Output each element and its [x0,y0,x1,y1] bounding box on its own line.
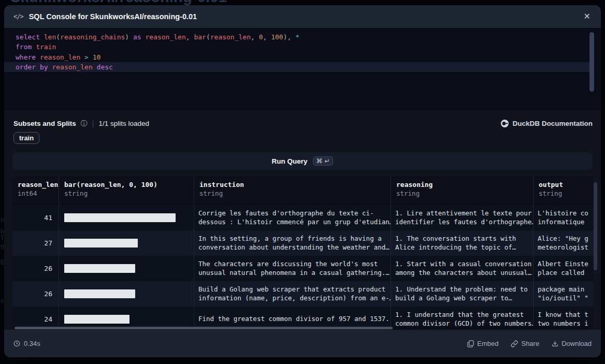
download-button[interactable]: Download [552,340,592,347]
subsets-row: Subsets and Splits ⓘ | 1/1 splits loaded… [13,117,593,129]
table-row: 26 The characters are discussing the wor… [12,256,594,281]
footer-actions: Embed Share Download [467,340,592,347]
cell-output[interactable]: Alice: "Hey g meteorologist [534,230,594,256]
run-query-button[interactable]: Run Query ⌘ ↵ [12,152,593,170]
bar-fill [64,239,138,247]
cell-instruction[interactable]: Corrige les fautes d'orthographe du text… [194,205,391,230]
cell-reason-len[interactable]: 26 [12,256,59,281]
column-header: reason_lenint64 [12,176,59,205]
cell-output[interactable]: L'histoire co informatique [534,205,594,230]
code-icon: </> [13,13,23,20]
cell-reasoning[interactable]: 1. The conversation starts with Alice in… [391,230,534,256]
editor-scrollbar[interactable] [589,32,594,108]
cell-reasoning[interactable]: 1. Lire attentivement le texte pour iden… [391,205,534,230]
embed-button[interactable]: Embed [467,340,498,347]
cell-reasoning[interactable]: 1. Understand the problem: need to build… [391,281,534,307]
cell-reason-len[interactable]: 41 [12,205,59,230]
cell-instruction[interactable]: Build a Golang web scraper that extracts… [194,281,391,307]
sql-code: select len(reasoning_chains) as reason_l… [16,32,601,72]
modal-title: SQL Console for SkunkworksAI/reasoning-0… [29,12,197,21]
table-row: 41 Corrige les fautes d'orthographe du t… [12,205,594,230]
duckdb-documentation-link[interactable]: DuckDB Documentation [501,120,593,127]
splits-loaded-status: 1/1 splits loaded [98,120,149,127]
query-duration: 0.34s [13,340,40,347]
download-icon [552,340,558,347]
duckdb-logo-icon [501,120,509,127]
sql-console-modal: </> SQL Console for SkunkworksAI/reasoni… [4,5,601,357]
bar-fill [64,315,129,324]
split-chip-train[interactable]: train [13,132,39,144]
table-row: 27 In this setting, a group of friends i… [12,230,594,256]
results-table: reason_lenint64 bar(reason_len, 0, 100)s… [12,176,594,330]
share-link-icon [511,340,518,347]
vertical-scrollbar[interactable] [594,179,597,327]
embed-icon [467,340,474,347]
horizontal-scrollbar[interactable] [12,326,594,330]
cell-output[interactable]: package main "io/ioutil" " [534,281,594,307]
vertical-divider: | [92,119,94,127]
clock-icon [13,340,20,347]
bar-fill [64,289,135,298]
table-row: 26 Build a Golang web scraper that extra… [12,281,594,307]
splits-chips: train [13,132,39,144]
cell-bar[interactable] [59,256,194,281]
cell-output[interactable]: Albert Einste place called [534,256,594,281]
keyboard-shortcut-badge: ⌘ ↵ [313,156,334,166]
column-header: bar(reason_len, 0, 100)string [59,176,194,205]
info-icon[interactable]: ⓘ [81,120,88,127]
table-header: reason_lenint64 bar(reason_len, 0, 100)s… [12,176,594,205]
cell-bar[interactable] [59,281,194,307]
bar-fill [64,213,176,222]
modal-footer: 0.34s Embed Share Download [4,330,601,357]
close-icon[interactable]: ✕ [583,11,592,22]
subsets-label: Subsets and Splits [13,120,76,127]
cell-bar[interactable] [59,205,194,230]
column-header: instructionstring [194,176,391,205]
cell-instruction[interactable]: The characters are discussing the world'… [194,256,391,281]
column-header: outputstring [534,176,594,205]
cell-reason-len[interactable]: 27 [12,230,59,256]
background-text-fragment: s [1,297,4,304]
cell-reasoning[interactable]: 1. Start with a casual conversation amon… [391,256,534,281]
column-header: reasoningstring [391,176,534,205]
bar-fill [64,264,135,273]
modal-header: </> SQL Console for SkunkworksAI/reasoni… [4,5,601,28]
cell-reason-len[interactable]: 26 [12,281,59,307]
sql-editor[interactable]: select len(reasoning_chains) as reason_l… [4,28,601,111]
share-button[interactable]: Share [511,340,539,347]
cell-instruction[interactable]: In this setting, a group of friends is h… [194,230,391,256]
cell-bar[interactable] [59,230,194,256]
